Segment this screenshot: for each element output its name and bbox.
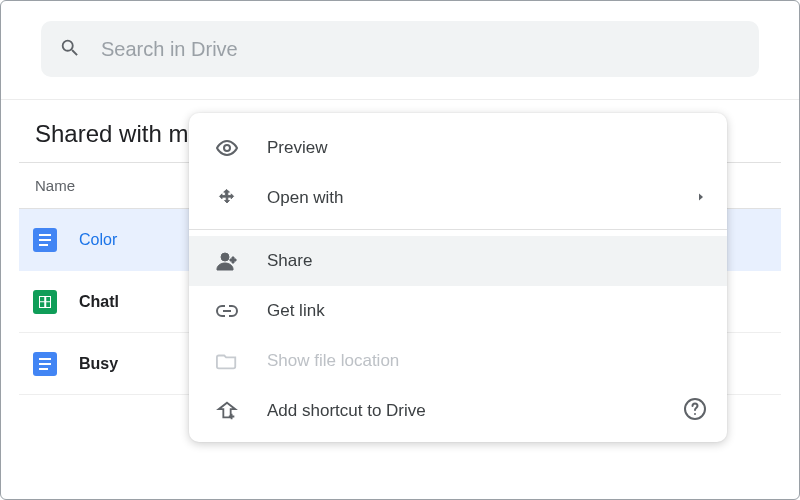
menu-item-preview[interactable]: Preview xyxy=(189,123,727,173)
menu-item-share[interactable]: Share xyxy=(189,236,727,286)
menu-item-label: Get link xyxy=(267,301,325,321)
menu-item-label: Share xyxy=(267,251,312,271)
shortcut-icon xyxy=(215,400,239,422)
app-window: Shared with me Name Color Chatl Busy Pre… xyxy=(0,0,800,500)
move-arrows-icon xyxy=(215,188,239,208)
menu-item-get-link[interactable]: Get link xyxy=(189,286,727,336)
menu-separator xyxy=(189,229,727,230)
context-menu: Preview Open with Share Get link xyxy=(189,113,727,442)
menu-item-label: Preview xyxy=(267,138,327,158)
searchbar-container xyxy=(1,1,799,100)
file-name: Busy xyxy=(79,355,118,373)
folder-icon xyxy=(215,350,239,372)
sheets-icon xyxy=(33,290,57,314)
docs-icon xyxy=(33,352,57,376)
svg-point-3 xyxy=(694,413,696,415)
help-icon[interactable] xyxy=(683,397,707,426)
eye-icon xyxy=(215,136,239,160)
menu-item-open-with[interactable]: Open with xyxy=(189,173,727,223)
menu-item-label: Open with xyxy=(267,188,344,208)
svg-point-0 xyxy=(224,145,230,151)
docs-icon xyxy=(33,228,57,252)
link-icon xyxy=(215,299,239,323)
menu-item-add-shortcut[interactable]: Add shortcut to Drive xyxy=(189,386,727,436)
file-name: Chatl xyxy=(79,293,119,311)
menu-item-label: Show file location xyxy=(267,351,399,371)
menu-item-show-location: Show file location xyxy=(189,336,727,386)
chevron-right-icon xyxy=(695,188,707,208)
search-input[interactable] xyxy=(99,37,741,62)
person-add-icon xyxy=(215,249,239,273)
file-name: Color xyxy=(79,231,117,249)
search-icon xyxy=(59,37,81,62)
menu-item-label: Add shortcut to Drive xyxy=(267,401,426,421)
svg-point-1 xyxy=(221,253,229,261)
searchbar[interactable] xyxy=(41,21,759,77)
